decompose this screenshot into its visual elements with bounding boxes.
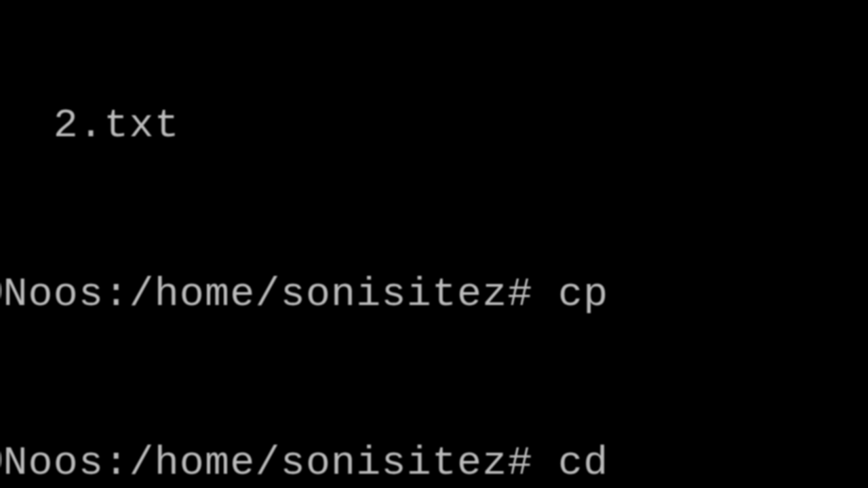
terminal-line: t@Noos:/home/sonisitez# cp [0, 266, 634, 323]
terminal-output[interactable]: xt 2.txt t@Noos:/home/sonisitez# cp t@No… [0, 0, 634, 488]
terminal-line: t@Noos:/home/sonisitez# cd [0, 435, 634, 488]
terminal-line: xt 2.txt [0, 98, 634, 154]
